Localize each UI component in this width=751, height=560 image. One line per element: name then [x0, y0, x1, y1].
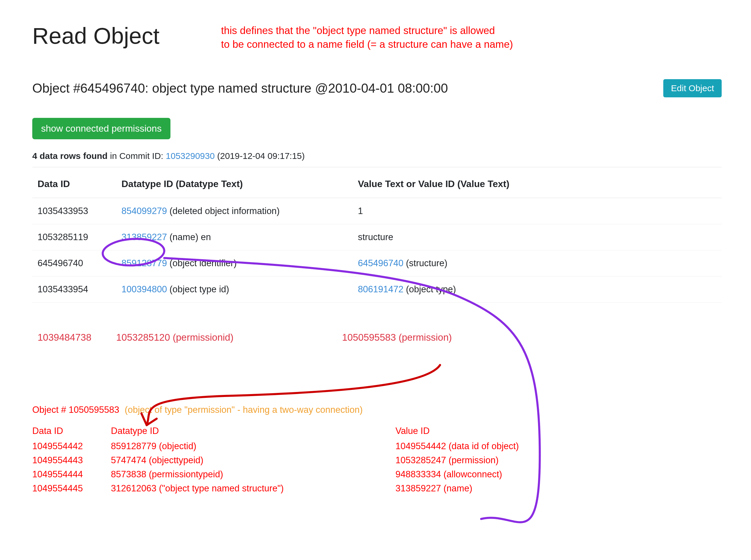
cell-data-id: 1035433953 [32, 198, 116, 224]
lower-cell: 312612063 ("object type named structure"… [111, 481, 396, 496]
cell-datatype: 313859227 (name) en [116, 224, 353, 250]
lower-cell: 1049554445 [32, 481, 111, 496]
lower-cell: 1049554443 [32, 453, 111, 467]
annotation-top-line1: this defines that the "object type named… [221, 23, 513, 37]
table-row: 1035433954 100394800 (object type id) 80… [32, 276, 722, 302]
lower-row: 1049554445 312612063 ("object type named… [32, 481, 722, 496]
datatype-link[interactable]: 854099279 [121, 206, 167, 216]
lower-row: 1049554444 8573838 (permissiontypeid) 94… [32, 467, 722, 481]
show-connected-permissions-button[interactable]: show connected permissions [32, 118, 170, 139]
red-row-datatype: 1053285120 (permissionid) [116, 332, 342, 343]
lower-table: Data ID Datatype ID Value ID 1049554442 … [32, 424, 722, 496]
lower-cell: 1049554444 [32, 467, 111, 481]
cell-value: 645496740 (structure) [353, 250, 722, 276]
cell-datatype: 859128779 (object identifier) [116, 250, 353, 276]
lower-object-red: Object # 1050595583 [32, 405, 119, 415]
value-text: 1 [358, 206, 363, 216]
data-table: Data ID Datatype ID (Datatype Text) Valu… [32, 171, 722, 303]
cell-datatype: 854099279 (deleted object information) [116, 198, 353, 224]
lower-cell: 8573838 (permissiontypeid) [111, 467, 396, 481]
lower-th-data-id: Data ID [32, 424, 111, 438]
annotation-top: this defines that the "object type named… [221, 23, 513, 51]
lower-row: 1049554442 859128779 (objectid) 10495544… [32, 439, 722, 453]
datatype-text: (object type id) [167, 284, 229, 294]
page-title: Read Object [32, 23, 159, 49]
annotation-red-row: 1039484738 1053285120 (permissionid) 105… [32, 329, 722, 346]
red-row-value: 1050595583 (permission) [342, 332, 452, 343]
value-text: structure [358, 232, 393, 242]
lower-th-datatype: Datatype ID [111, 424, 396, 438]
rows-found-tail: (2019-12-04 09:17:15) [215, 151, 305, 161]
table-row: 1053285119 313859227 (name) en structure [32, 224, 722, 250]
lower-cell: 313859227 (name) [396, 481, 722, 496]
th-datatype: Datatype ID (Datatype Text) [116, 171, 353, 198]
lower-object-line: Object # 1050595583 (object of type "per… [32, 405, 722, 415]
lower-row: 1049554443 5747474 (objecttypeid) 105328… [32, 453, 722, 467]
value-link[interactable]: 806191472 [358, 284, 403, 294]
rows-found-count: 4 data rows found [32, 151, 108, 161]
lower-cell: 948833334 (allowconnect) [396, 467, 722, 481]
lower-cell: 1053285247 (permission) [396, 453, 722, 467]
lower-cell: 5747474 (objecttypeid) [111, 453, 396, 467]
lower-cell: 1049554442 [32, 439, 111, 453]
datatype-link[interactable]: 859128779 [121, 258, 167, 268]
cell-datatype: 100394800 (object type id) [116, 276, 353, 302]
lower-cell: 859128779 (objectid) [111, 439, 396, 453]
datatype-text: (deleted object information) [167, 206, 280, 216]
cell-value: 806191472 (object type) [353, 276, 722, 302]
datatype-text: (name) en [167, 232, 211, 242]
commit-id-link[interactable]: 1053290930 [166, 151, 215, 161]
annotation-top-line2: to be connected to a name field (= a str… [221, 37, 513, 51]
divider [32, 167, 722, 167]
lower-object-orange: (object of type "permission" - having a … [125, 405, 363, 415]
datatype-text: (object identifier) [167, 258, 237, 268]
cell-value: 1 [353, 198, 722, 224]
th-value: Value Text or Value ID (Value Text) [353, 171, 722, 198]
datatype-link[interactable]: 100394800 [121, 284, 167, 294]
cell-data-id: 1035433954 [32, 276, 116, 302]
table-row: 1035433953 854099279 (deleted object inf… [32, 198, 722, 224]
cell-data-id: 645496740 [32, 250, 116, 276]
value-link[interactable]: 645496740 [358, 258, 403, 268]
cell-data-id: 1053285119 [32, 224, 116, 250]
lower-th-value: Value ID [396, 424, 722, 438]
object-subtitle: Object #645496740: object type named str… [32, 81, 448, 96]
value-text: (structure) [403, 258, 447, 268]
table-row: 645496740 859128779 (object identifier) … [32, 250, 722, 276]
lower-cell: 1049554442 (data id of object) [396, 439, 722, 453]
value-text: (object type) [403, 284, 456, 294]
cell-value: structure [353, 224, 722, 250]
red-row-data-id: 1039484738 [38, 332, 116, 343]
rows-found-line: 4 data rows found in Commit ID: 10532909… [32, 151, 722, 161]
datatype-link[interactable]: 313859227 [121, 232, 167, 242]
edit-object-button[interactable]: Edit Object [663, 79, 722, 97]
rows-found-mid: in Commit ID: [108, 151, 166, 161]
th-data-id: Data ID [32, 171, 116, 198]
